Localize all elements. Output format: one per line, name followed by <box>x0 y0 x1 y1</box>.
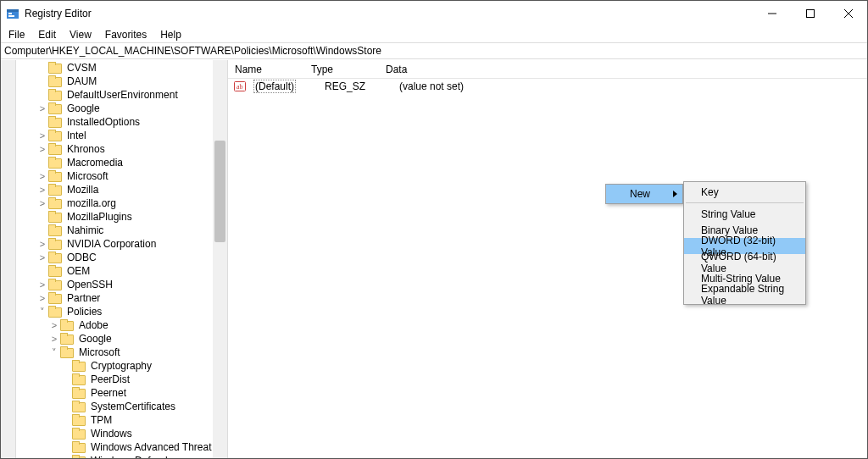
folder-icon <box>48 89 62 101</box>
svg-rect-3 <box>8 15 14 17</box>
menu-help[interactable]: Help <box>154 28 187 41</box>
column-name[interactable]: Name <box>228 61 304 78</box>
tree-item-label: Adobe <box>77 319 110 331</box>
submenu-key[interactable]: Key <box>684 184 805 200</box>
folder-icon <box>48 252 62 263</box>
chevron-right-icon[interactable]: > <box>36 239 48 249</box>
tree-item-mozilla[interactable]: >Mozilla <box>16 183 227 196</box>
window-title: Registry Editor <box>25 8 92 19</box>
tree-item-partner[interactable]: >Partner <box>16 291 227 305</box>
tree-vertical-scrollbar[interactable] <box>213 60 227 458</box>
context-menu[interactable]: New <box>605 184 683 204</box>
minimize-button[interactable] <box>753 1 791 26</box>
tree-item-windows-defender[interactable]: Windows Defender <box>16 454 227 458</box>
tree-item-label: Windows Defender <box>89 455 178 458</box>
tree-item-tpm[interactable]: TPM <box>16 413 227 427</box>
tree-horizontal-scrollbar[interactable] <box>1 60 16 458</box>
chevron-down-icon[interactable]: ˅ <box>48 347 60 358</box>
tree-item-policies-google[interactable]: >Google <box>16 332 227 346</box>
submenu-qword-value[interactable]: QWORD (64-bit) Value <box>684 254 805 270</box>
tree-item-windows-advanced-threat-protection[interactable]: Windows Advanced Threat Protection <box>16 440 227 454</box>
submenu-expandstring-value[interactable]: Expandable String Value <box>684 286 805 302</box>
svg-rect-4 <box>806 10 814 18</box>
tree-item-openssh[interactable]: >OpenSSH <box>16 278 227 291</box>
folder-icon <box>48 197 62 209</box>
folder-icon <box>72 373 86 385</box>
folder-icon <box>72 414 86 426</box>
tree-item-systemcertificates[interactable]: SystemCertificates <box>16 400 227 413</box>
folder-icon <box>48 62 62 74</box>
chevron-right-icon[interactable]: > <box>36 252 48 263</box>
chevron-down-icon[interactable]: ˅ <box>36 307 48 318</box>
chevron-right-icon[interactable]: > <box>36 279 48 290</box>
menu-edit[interactable]: Edit <box>32 28 62 41</box>
chevron-right-icon[interactable]: > <box>36 103 48 113</box>
tree-item-mozilla-org[interactable]: >mozilla.org <box>16 196 227 210</box>
tree-item-oem[interactable]: OEM <box>16 264 227 278</box>
tree-item-label: OpenSSH <box>65 279 114 290</box>
svg-rect-1 <box>7 9 19 12</box>
tree-item-defaultuserenvironment[interactable]: DefaultUserEnvironment <box>16 88 227 102</box>
menu-file[interactable]: File <box>3 28 31 41</box>
tree-item-policies-adobe[interactable]: >Adobe <box>16 318 227 332</box>
menu-bar[interactable]: File Edit View Favorites Help <box>1 26 867 42</box>
folder-icon <box>72 441 86 453</box>
chevron-right-icon[interactable]: > <box>36 293 48 303</box>
chevron-right-icon[interactable]: > <box>36 144 48 154</box>
tree-item-policies-microsoft[interactable]: ˅Microsoft <box>16 346 227 359</box>
tree-item-intel[interactable]: >Intel <box>16 129 227 142</box>
values-list[interactable]: Name Type Data ab (Default) REG_SZ (valu… <box>228 60 867 458</box>
column-data[interactable]: Data <box>379 61 867 78</box>
tree-item-label: Windows <box>89 428 134 440</box>
address-bar[interactable]: Computer\HKEY_LOCAL_MACHINE\SOFTWARE\Pol… <box>1 42 867 59</box>
tree-item-cryptography[interactable]: Cryptography <box>16 359 227 373</box>
chevron-right-icon[interactable]: > <box>36 130 48 141</box>
folder-icon <box>60 346 74 358</box>
tree-item-google[interactable]: >Google <box>16 102 227 115</box>
folder-icon <box>48 292 62 304</box>
tree-item-microsoft[interactable]: >Microsoft <box>16 169 227 183</box>
submenu-string-value[interactable]: String Value <box>684 206 805 222</box>
tree-item-windows[interactable]: Windows <box>16 427 227 440</box>
tree-item-macromedia[interactable]: Macromedia <box>16 156 227 169</box>
value-type: REG_SZ <box>318 80 392 92</box>
context-menu-new[interactable]: New <box>606 185 682 203</box>
tree-item-nvidia-corporation[interactable]: >NVIDIA Corporation <box>16 237 227 251</box>
chevron-right-icon[interactable]: > <box>36 198 48 208</box>
folder-icon <box>72 401 86 412</box>
chevron-right-icon[interactable]: > <box>36 185 48 195</box>
tree-item-cvsm[interactable]: CVSM <box>16 61 227 75</box>
context-submenu-new[interactable]: Key String Value Binary Value DWORD (32-… <box>683 181 806 305</box>
chevron-right-icon[interactable]: > <box>36 171 48 181</box>
tree-item-peerdist[interactable]: PeerDist <box>16 373 227 386</box>
chevron-right-icon[interactable]: > <box>48 334 60 344</box>
tree-item-label: Microsoft <box>77 346 122 358</box>
registry-tree[interactable]: CVSMDAUMDefaultUserEnvironment>GoogleIns… <box>16 60 227 458</box>
title-bar[interactable]: Registry Editor <box>1 1 867 26</box>
tree-item-odbc[interactable]: >ODBC <box>16 251 227 264</box>
list-header[interactable]: Name Type Data <box>228 60 867 79</box>
tree-item-label: DefaultUserEnvironment <box>65 89 180 101</box>
tree-item-label: Google <box>65 102 102 114</box>
menu-favorites[interactable]: Favorites <box>99 28 153 41</box>
tree-item-installedoptions[interactable]: InstalledOptions <box>16 115 227 129</box>
tree-item-label: TPM <box>89 414 114 426</box>
scrollbar-thumb[interactable] <box>214 141 225 242</box>
chevron-right-icon[interactable]: > <box>48 320 60 330</box>
close-button[interactable] <box>829 1 867 26</box>
folder-icon <box>72 387 86 399</box>
string-value-icon: ab <box>233 80 247 93</box>
folder-icon <box>48 224 62 236</box>
tree-item-label: Partner <box>65 292 102 304</box>
tree-item-policies[interactable]: ˅Policies <box>16 305 227 318</box>
tree-item-khronos[interactable]: >Khronos <box>16 142 227 156</box>
tree-item-daum[interactable]: DAUM <box>16 75 227 88</box>
tree-item-nahimic[interactable]: Nahimic <box>16 224 227 237</box>
tree-item-mozillaplugins[interactable]: MozillaPlugins <box>16 210 227 224</box>
column-type[interactable]: Type <box>304 61 379 78</box>
maximize-button[interactable] <box>791 1 829 26</box>
menu-view[interactable]: View <box>64 28 97 41</box>
value-row[interactable]: ab (Default) REG_SZ (value not set) <box>228 79 867 94</box>
tree-item-peernet[interactable]: Peernet <box>16 386 227 400</box>
tree-item-label: OEM <box>65 265 92 277</box>
